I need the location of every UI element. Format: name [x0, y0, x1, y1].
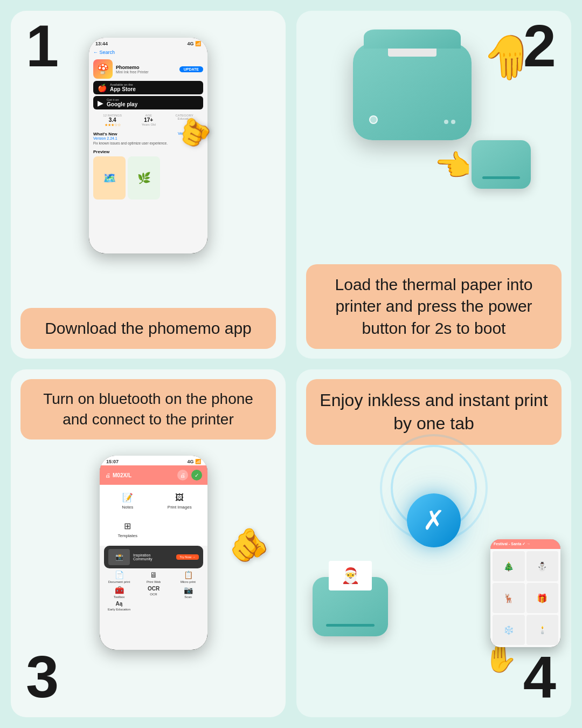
version-number: Version 2.24.1 — [93, 136, 117, 140]
inspiration-banner: 📸 Inspiration Community Try Now → — [104, 546, 203, 568]
ratings-col: 12 RATINGS 3.4 ★★★☆☆ — [103, 114, 122, 127]
step-3-number: 3 — [26, 647, 59, 706]
print-images-menu-item[interactable]: 🖼 Print Images — [155, 488, 205, 514]
preview-image-1: 🗺️ — [93, 156, 126, 200]
toolbox-item[interactable]: 🧰 Toolbox — [103, 586, 135, 599]
hand-pointer-step3: 🫵 — [229, 526, 269, 564]
grid-item-3: 🦌 — [493, 583, 525, 613]
templates-label: Templates — [118, 533, 137, 538]
google-play-badge[interactable]: ▶ Get it on Google play — [93, 96, 203, 109]
print-web-icon: 🖥 — [150, 571, 157, 579]
back-button[interactable]: ← Search — [93, 50, 115, 55]
update-button[interactable]: UPDATE — [179, 66, 203, 72]
store-badges: 🍎 Available on the App Store ▶ Get it on… — [89, 81, 207, 112]
printer-icon-header: 🖨 — [105, 472, 110, 478]
document-print-item[interactable]: 📄 Document print — [103, 571, 135, 583]
app-info-row: 🍄 Phomemo Mini Ink free Printer UPDATE — [89, 57, 207, 81]
google-play-text: Get it on Google play — [107, 98, 137, 107]
power-button[interactable] — [369, 115, 378, 124]
toolbox-label: Toolbox — [114, 595, 125, 599]
hand-step4: ✋ — [484, 643, 517, 674]
grid-item-4: 🎁 — [526, 583, 559, 613]
micro-print-item[interactable]: 📋 Micro print — [172, 571, 204, 583]
time-step3: 15:07 — [106, 459, 119, 464]
app-name-block: Phomemo Mini Ink free Printer — [116, 65, 176, 74]
step-2-cell: 2 🤚 👈 — [296, 11, 571, 359]
early-education-icon: Aą — [116, 601, 123, 607]
signal-step3: 4G 📶 — [187, 459, 201, 464]
app-store-label: App Store — [110, 86, 136, 92]
inspiration-text-block: Inspiration Community — [133, 553, 152, 561]
inspiration-thumbnail: 📸 — [108, 549, 130, 565]
hand-step2-bottom: 👈 — [434, 148, 472, 183]
print-images-label: Print Images — [168, 505, 192, 510]
bluetooth-icon: ✗ — [407, 493, 461, 547]
google-play-icon: ▶ — [98, 99, 103, 107]
preview-images: 🗺️ 🌿 — [93, 156, 203, 200]
grid-item-2: ⛄ — [526, 551, 559, 581]
document-print-label: Document print — [108, 580, 130, 583]
step-1-caption: Download the phomemo app — [20, 308, 276, 349]
dot-1 — [444, 120, 448, 124]
bottom-menu-grid: 📄 Document print 🖥 Print Web 📋 Micro pri… — [100, 568, 207, 613]
step-3-cell: Turn on bluetooth on the phone and conne… — [11, 369, 286, 717]
toolbox-icon: 🧰 — [115, 586, 124, 594]
printer-area: 🤚 👈 — [321, 22, 547, 194]
years-old-label: Years Old — [142, 123, 156, 126]
document-print-icon: 📄 — [115, 571, 124, 579]
step-1-cell: 1 13:44 4G 📶 ← Search 🍄 Phomemo Mini Ink… — [11, 11, 286, 359]
phone-hand-body: Festival - Santa ✓ → 🎄 ⛄ 🦌 🎁 ❄️ 🕯️ — [490, 539, 560, 647]
app-header-step3: 🖨 M02X/L 🖨 ✓ — [100, 465, 207, 485]
ocr-item[interactable]: OCR OCR — [137, 586, 170, 599]
print-images-icon: 🖼 — [175, 493, 184, 503]
app-icon: 🍄 — [93, 59, 113, 79]
check-icon-btn[interactable]: ✓ — [191, 470, 202, 480]
templates-menu-item[interactable]: ⊞ Templates — [103, 517, 153, 542]
google-play-label: Google play — [107, 101, 137, 107]
ocr-icon: OCR — [148, 586, 160, 592]
preview-image-2: 🌿 — [128, 156, 160, 200]
notes-menu-item[interactable]: 📝 Notes — [103, 488, 153, 514]
ocr-label: OCR — [150, 593, 157, 596]
apple-icon: 🍎 — [98, 84, 107, 92]
status-bar-step1: 13:44 4G 📶 — [89, 38, 207, 47]
printer-in-hand-area: 🎅 — [313, 577, 393, 642]
scan-item[interactable]: 📷 Scan — [172, 586, 204, 599]
print-web-item[interactable]: 🖥 Print Web — [137, 571, 170, 583]
small-printer-slot — [482, 176, 520, 179]
print-icon-btn[interactable]: 🖨 — [177, 470, 188, 480]
printer-hand-group: 🎅 — [313, 577, 393, 642]
phone-hand-screen: Festival - Santa ✓ → 🎄 ⛄ 🦌 🎁 ❄️ 🕯️ — [490, 539, 560, 647]
try-now-button[interactable]: Try Now → — [176, 554, 199, 560]
age-col: AGE 17+ Years Old — [142, 114, 156, 127]
inspiration-subtitle: Community — [133, 557, 152, 561]
main-grid: 1 13:44 4G 📶 ← Search 🍄 Phomemo Mini Ink… — [0, 0, 582, 728]
printer-bottom-slot — [326, 624, 375, 627]
early-education-item[interactable]: Aą Early Education — [103, 601, 135, 611]
bluetooth-area: ✗ — [407, 461, 461, 515]
phone-in-hand-area: Festival - Santa ✓ → 🎄 ⛄ 🦌 🎁 ❄️ 🕯️ — [490, 539, 560, 647]
age-value: 17+ — [142, 117, 156, 123]
step-3-caption: Turn on bluetooth on the phone and conne… — [20, 379, 276, 439]
time-step1: 13:44 — [95, 41, 108, 46]
app-subtitle: Mini Ink free Printer — [116, 70, 176, 74]
app-store-badge[interactable]: 🍎 Available on the App Store — [93, 81, 203, 94]
phone-hand-bar: Festival - Santa ✓ → — [490, 539, 560, 549]
inspiration-thumb-text: 📸 — [108, 549, 130, 565]
phone-hand-bar-text: Festival - Santa ✓ → — [494, 542, 530, 546]
step-4-cell: Enjoy inkless and instant print by one t… — [296, 369, 571, 717]
signal-icons: 4G 📶 — [187, 41, 201, 46]
main-printer-body — [353, 43, 472, 140]
scan-label: Scan — [184, 595, 192, 599]
rating-stars: ★★★☆☆ — [103, 123, 122, 127]
printer-dots — [444, 120, 455, 124]
scan-icon: 📷 — [184, 586, 193, 594]
step-2-caption: Load the thermal paper into printer and … — [306, 264, 562, 349]
rating-value: 3.4 — [103, 117, 122, 123]
print-web-label: Print Web — [147, 580, 161, 583]
app-store-text: Available on the App Store — [110, 83, 136, 92]
notes-label: Notes — [122, 505, 133, 510]
micro-print-icon: 📋 — [184, 571, 193, 579]
preview-section: Preview 🗺️ 🌿 — [89, 147, 207, 202]
small-printer — [472, 140, 531, 189]
